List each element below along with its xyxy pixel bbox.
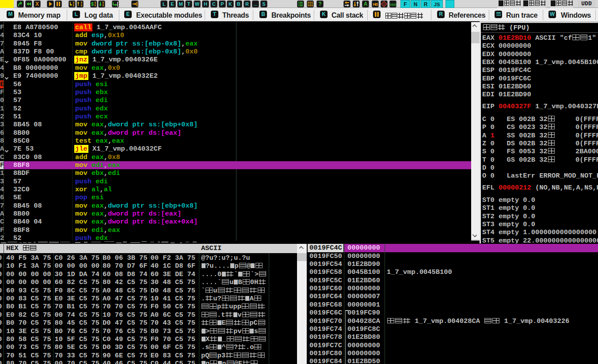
svg-text:$: $ — [91, 1, 94, 7]
